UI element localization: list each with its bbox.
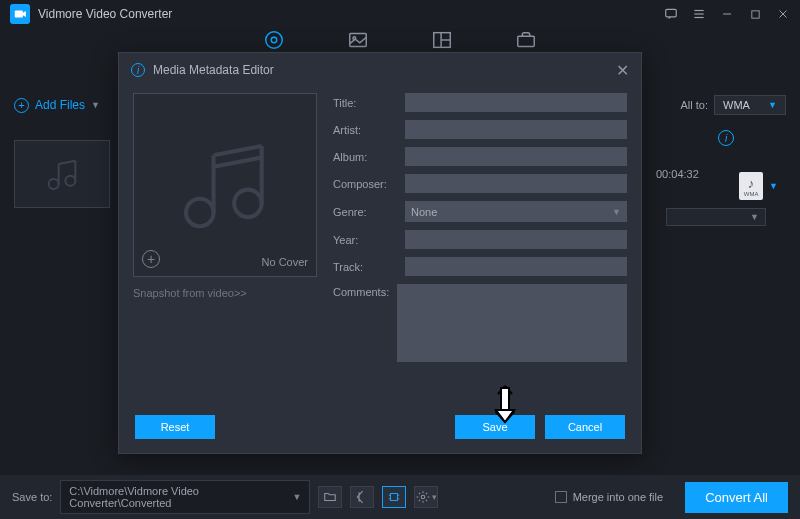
svg-rect-6	[751, 10, 758, 17]
checkbox-icon	[555, 491, 567, 503]
cover-art-box: + No Cover	[133, 93, 317, 277]
output-format-select[interactable]: WMA ▼	[714, 95, 786, 115]
save-path-value: C:\Vidmore\Vidmore Video Converter\Conve…	[69, 485, 292, 509]
track-input[interactable]	[405, 257, 627, 276]
svg-point-10	[271, 37, 277, 43]
file-info-panel: i 00:04:32 ♪WMA ▼ ▼	[656, 130, 786, 180]
nav-row	[0, 28, 800, 52]
svg-point-17	[49, 179, 59, 189]
artist-label: Artist:	[333, 124, 397, 136]
all-to-label: All to:	[680, 99, 708, 111]
composer-label: Composer:	[333, 178, 397, 190]
title-label: Title:	[333, 97, 397, 109]
output-format-value: WMA	[723, 99, 750, 111]
tab-media[interactable]	[347, 29, 369, 51]
genre-value: None	[411, 206, 437, 218]
cancel-button[interactable]: Cancel	[545, 415, 625, 439]
cover-label: No Cover	[262, 256, 308, 268]
info-icon[interactable]: i	[718, 130, 734, 146]
edit-dropdown[interactable]: ▼	[666, 208, 766, 226]
svg-rect-28	[391, 494, 398, 501]
gpu-button[interactable]	[382, 486, 406, 508]
comments-label: Comments:	[333, 286, 389, 298]
modal-title: Media Metadata Editor	[153, 63, 616, 77]
save-to-label: Save to:	[12, 491, 52, 503]
info-icon: i	[131, 63, 145, 77]
chevron-down-icon: ▼	[91, 100, 100, 110]
app-logo	[10, 4, 30, 24]
plus-icon: +	[14, 98, 29, 113]
svg-line-21	[59, 161, 76, 164]
snapshot-link[interactable]: Snapshot from video>>	[133, 287, 317, 299]
svg-point-22	[186, 199, 214, 227]
chevron-down-icon: ▼	[292, 492, 301, 502]
convert-all-button[interactable]: Convert All	[685, 482, 788, 513]
year-label: Year:	[333, 234, 397, 246]
speed-button[interactable]	[350, 486, 374, 508]
artist-input[interactable]	[405, 120, 627, 139]
album-label: Album:	[333, 151, 397, 163]
svg-point-23	[234, 190, 262, 218]
open-folder-button[interactable]	[318, 486, 342, 508]
add-files-label: Add Files	[35, 98, 85, 112]
menu-icon[interactable]	[692, 7, 706, 21]
metadata-editor-modal: i Media Metadata Editor ✕ + No Cover Sna…	[118, 52, 642, 454]
genre-label: Genre:	[333, 206, 397, 218]
composer-input[interactable]	[405, 174, 627, 193]
svg-point-33	[421, 495, 425, 499]
album-input[interactable]	[405, 147, 627, 166]
chevron-down-icon: ▼	[612, 207, 621, 217]
merge-checkbox[interactable]: Merge into one file	[555, 491, 664, 503]
svg-point-18	[65, 176, 75, 186]
chevron-down-icon[interactable]: ▼	[769, 181, 778, 191]
add-files-button[interactable]: + Add Files ▼	[14, 98, 100, 113]
year-input[interactable]	[405, 230, 627, 249]
close-icon[interactable]: ✕	[616, 61, 629, 80]
title-input[interactable]	[405, 93, 627, 112]
output-format-icon[interactable]: ♪WMA	[739, 172, 763, 200]
bottom-bar: Save to: C:\Vidmore\Vidmore Video Conver…	[0, 475, 800, 519]
add-cover-button[interactable]: +	[142, 250, 160, 268]
file-thumbnail[interactable]	[14, 140, 110, 208]
save-path-select[interactable]: C:\Vidmore\Vidmore Video Converter\Conve…	[60, 480, 310, 514]
track-label: Track:	[333, 261, 397, 273]
maximize-icon[interactable]	[748, 7, 762, 21]
title-bar: Vidmore Video Converter	[0, 0, 800, 28]
annotation-arrow	[490, 384, 520, 428]
tab-converter[interactable]	[263, 29, 285, 51]
feedback-icon[interactable]	[664, 7, 678, 21]
app-title: Vidmore Video Converter	[38, 7, 664, 21]
svg-rect-16	[518, 36, 535, 46]
reset-button[interactable]: Reset	[135, 415, 215, 439]
tab-collage[interactable]	[431, 29, 453, 51]
chevron-down-icon: ▼	[768, 100, 777, 110]
tab-toolbox[interactable]	[515, 29, 537, 51]
svg-point-9	[266, 32, 283, 49]
svg-line-27	[214, 158, 262, 167]
modal-header: i Media Metadata Editor ✕	[119, 53, 641, 87]
settings-button[interactable]: ▾	[414, 486, 438, 508]
merge-label: Merge into one file	[573, 491, 664, 503]
minimize-icon[interactable]	[720, 7, 734, 21]
svg-rect-0	[15, 11, 23, 18]
close-icon[interactable]	[776, 7, 790, 21]
svg-rect-1	[666, 9, 677, 17]
genre-select[interactable]: None▼	[405, 201, 627, 222]
svg-line-26	[214, 146, 262, 155]
comments-input[interactable]	[397, 284, 627, 362]
